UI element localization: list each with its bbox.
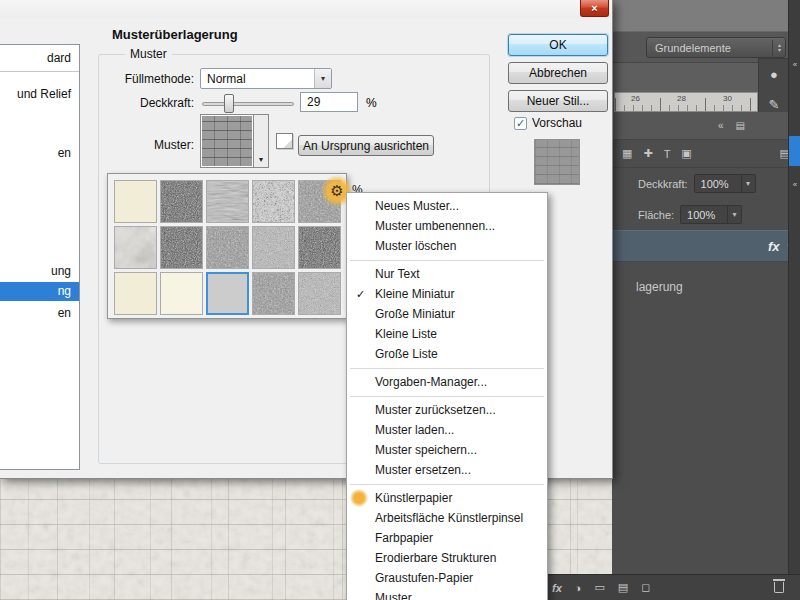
selected-layer-row[interactable]: fx ▾ — [612, 230, 800, 262]
cancel-button[interactable]: Abbrechen — [508, 62, 608, 84]
active-panel-indicator[interactable] — [789, 136, 800, 166]
new-pattern-icon[interactable] — [276, 133, 293, 149]
menu-item[interactable]: ✓Kleine Miniatur — [347, 284, 547, 304]
menu-item[interactable]: Muster — [347, 588, 547, 600]
collapse-panels-icon[interactable]: « — [790, 180, 800, 189]
align-origin-button[interactable]: An Ursprung ausrichten — [298, 135, 434, 156]
close-button[interactable]: × — [580, 0, 609, 17]
menu-item[interactable]: Muster laden... — [347, 420, 547, 440]
list-divider — [0, 71, 79, 72]
collapse-panels-icon[interactable]: « — [790, 60, 800, 69]
menu-item-label: Große Liste — [375, 347, 438, 361]
dialog-titlebar[interactable] — [0, 0, 612, 18]
menu-item[interactable]: Kleine Liste — [347, 324, 547, 344]
style-list-item[interactable]: und Relief — [0, 86, 79, 103]
opacity-input[interactable] — [300, 92, 358, 112]
style-list-item[interactable]: en — [0, 305, 79, 322]
pattern-swatch-arrow[interactable]: ▾ — [254, 114, 269, 168]
chevron-down-icon: ▾ — [259, 155, 263, 164]
pattern-cell[interactable] — [206, 180, 249, 223]
pattern-cell[interactable] — [252, 226, 295, 269]
menu-item[interactable]: Künstlerpapier — [347, 488, 547, 508]
layer-mask-icon[interactable]: ▭ — [594, 581, 604, 594]
blend-mode-label: Füllmethode: — [98, 72, 194, 86]
menu-item[interactable]: Muster umbenennen... — [347, 216, 547, 236]
menu-item[interactable]: Vorgaben-Manager... — [347, 372, 547, 392]
pattern-swatch[interactable] — [200, 114, 254, 168]
style-list-item[interactable]: dard — [0, 50, 79, 67]
blend-mode-dropdown[interactable]: Normal ▾ — [200, 68, 332, 89]
menu-item[interactable]: Große Miniatur — [347, 304, 547, 324]
lock-transparency-icon[interactable]: ▦ — [622, 147, 632, 160]
layer-effect-item[interactable]: lagerung — [612, 274, 800, 300]
layer-group-icon[interactable]: ▤ — [618, 581, 628, 594]
style-preview-swatch — [534, 139, 580, 185]
menu-item[interactable]: Muster löschen — [347, 236, 547, 256]
layer-opacity-field[interactable]: 100% ▾ — [694, 174, 756, 193]
pattern-cell[interactable] — [160, 180, 203, 223]
menu-item[interactable]: Große Liste — [347, 344, 547, 364]
pattern-cell[interactable] — [160, 272, 203, 315]
layer-opacity-value: 100% — [701, 178, 729, 190]
preview-checkbox[interactable]: ✓ — [514, 117, 527, 130]
chevron-down-icon[interactable]: ▾ — [727, 206, 741, 223]
menu-item-label: Muster löschen — [375, 239, 456, 253]
new-layer-icon[interactable]: ◻ — [641, 581, 650, 594]
chevron-down-icon[interactable]: ▾ — [741, 175, 755, 192]
layer-fx-badge[interactable]: fx — [768, 239, 780, 254]
fx-icon[interactable]: fx — [552, 582, 562, 594]
adjustment-layer-icon[interactable]: ◑ — [575, 582, 582, 594]
opacity-unit-label: % — [366, 96, 377, 110]
sphere-panel-icon[interactable]: ● — [762, 62, 786, 86]
menu-item-label: Muster zurücksetzen... — [375, 403, 496, 417]
menu-item-label: Künstlerpapier — [375, 491, 452, 505]
menu-item[interactable]: Muster ersetzen... — [347, 460, 547, 480]
menu-item[interactable]: Erodierbare Strukturen — [347, 548, 547, 568]
style-list-item-selected[interactable]: ng — [0, 282, 79, 301]
pattern-cell[interactable] — [206, 226, 249, 269]
pattern-cell[interactable] — [114, 180, 157, 223]
menu-item-label: Kleine Liste — [375, 327, 437, 341]
ruler-number: 26 — [631, 94, 640, 103]
panel-menu-icon[interactable]: ▤ — [736, 120, 745, 131]
lock-all-icon[interactable]: ▣ — [681, 147, 691, 160]
delete-layer-icon[interactable] — [774, 582, 784, 593]
menu-item-label: Muster ersetzen... — [375, 463, 471, 477]
menu-item[interactable]: Arbeitsfläche Künstlerpinsel — [347, 508, 547, 528]
menu-item-label: Farbpapier — [375, 531, 433, 545]
opacity-slider-thumb[interactable] — [224, 94, 234, 113]
pattern-cell[interactable] — [298, 272, 341, 315]
lock-position-icon[interactable]: ✚ — [643, 147, 652, 160]
preview-checkbox-label[interactable]: Vorschau — [532, 116, 582, 130]
pattern-cell[interactable] — [298, 226, 341, 269]
lock-text-icon[interactable]: T — [664, 148, 671, 160]
opacity-slider[interactable] — [202, 102, 294, 106]
layer-fill-value: 100% — [687, 209, 715, 221]
menu-item-label: Große Miniatur — [375, 307, 455, 321]
layer-fill-field[interactable]: 100% ▾ — [680, 205, 742, 224]
menu-item[interactable]: Nur Text — [347, 264, 547, 284]
checkmark-icon: ✓ — [356, 284, 365, 304]
pattern-picker-popup — [107, 173, 347, 319]
pattern-cell-selected[interactable] — [206, 272, 249, 315]
pattern-cell[interactable] — [160, 226, 203, 269]
style-list-item[interactable]: en — [0, 145, 79, 162]
menu-item-label: Muster speichern... — [375, 443, 477, 457]
preset-picker-dropdown[interactable]: Grundelemente ▴▾ — [646, 37, 786, 58]
chevron-down-icon[interactable]: ▾ — [314, 69, 331, 88]
gear-icon: ⚙ — [330, 182, 343, 200]
menu-item[interactable]: Muster zurücksetzen... — [347, 400, 547, 420]
collapse-panels-icon[interactable]: « — [718, 120, 724, 131]
pattern-cell[interactable] — [252, 272, 295, 315]
pattern-cell[interactable] — [252, 180, 295, 223]
pattern-cell[interactable] — [114, 272, 157, 315]
dialog-section-title: Musterüberlagerung — [112, 27, 238, 42]
pattern-cell[interactable] — [114, 226, 157, 269]
menu-item[interactable]: Muster speichern... — [347, 440, 547, 460]
new-style-button[interactable]: Neuer Stil... — [508, 90, 608, 112]
ok-button[interactable]: OK — [508, 34, 608, 56]
menu-item[interactable]: Farbpapier — [347, 528, 547, 548]
menu-item[interactable]: Graustufen-Papier — [347, 568, 547, 588]
style-list-item[interactable]: ung — [0, 263, 79, 280]
menu-item[interactable]: Neues Muster... — [347, 196, 547, 216]
